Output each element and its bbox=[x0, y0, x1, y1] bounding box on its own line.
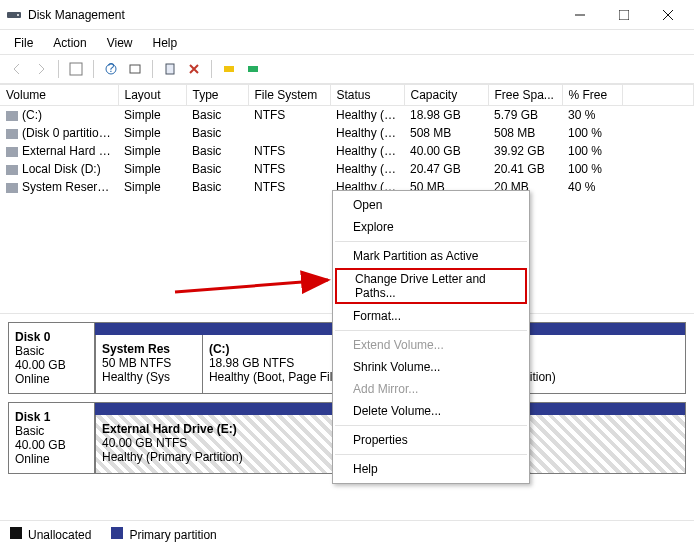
menu-view[interactable]: View bbox=[99, 32, 141, 54]
toolbar: ? bbox=[0, 54, 694, 84]
table-header-row[interactable]: Volume Layout Type File System Status Ca… bbox=[0, 85, 694, 106]
svg-rect-9 bbox=[130, 65, 140, 73]
col-volume[interactable]: Volume bbox=[0, 85, 118, 106]
titlebar: Disk Management bbox=[0, 0, 694, 30]
maximize-button[interactable] bbox=[602, 1, 646, 29]
svg-line-13 bbox=[175, 280, 328, 292]
annotation-arrow bbox=[170, 270, 340, 300]
context-menu-item[interactable]: Delete Volume... bbox=[333, 400, 529, 422]
menu-file[interactable]: File bbox=[6, 32, 41, 54]
context-menu-item[interactable]: Explore bbox=[333, 216, 529, 238]
swatch-black bbox=[10, 527, 22, 539]
menu-help[interactable]: Help bbox=[145, 32, 186, 54]
table-row[interactable]: External Hard Driv...SimpleBasicNTFSHeal… bbox=[0, 142, 694, 160]
action-1-button[interactable] bbox=[218, 58, 240, 80]
window-title: Disk Management bbox=[28, 8, 558, 22]
svg-rect-11 bbox=[224, 66, 234, 72]
table-row[interactable]: (Disk 0 partition 3)SimpleBasicHealthy (… bbox=[0, 124, 694, 142]
app-icon bbox=[6, 7, 22, 23]
svg-rect-3 bbox=[619, 10, 629, 20]
context-menu-item: Extend Volume... bbox=[333, 334, 529, 356]
legend-unallocated: Unallocated bbox=[10, 527, 91, 542]
context-menu-item[interactable]: Format... bbox=[333, 305, 529, 327]
volume-icon bbox=[6, 129, 18, 139]
col-type[interactable]: Type bbox=[186, 85, 248, 106]
properties-button[interactable] bbox=[159, 58, 181, 80]
context-menu-item: Add Mirror... bbox=[333, 378, 529, 400]
volume-icon bbox=[6, 165, 18, 175]
col-capacity[interactable]: Capacity bbox=[404, 85, 488, 106]
delete-button[interactable] bbox=[183, 58, 205, 80]
context-menu-separator bbox=[335, 330, 527, 331]
context-menu-separator bbox=[335, 425, 527, 426]
col-free[interactable]: Free Spa... bbox=[488, 85, 562, 106]
action-2-button[interactable] bbox=[242, 58, 264, 80]
context-menu[interactable]: OpenExploreMark Partition as ActiveChang… bbox=[332, 190, 530, 484]
volume-icon bbox=[6, 111, 18, 121]
volume-icon bbox=[6, 183, 18, 193]
col-status[interactable]: Status bbox=[330, 85, 404, 106]
col-pctfree[interactable]: % Free bbox=[562, 85, 622, 106]
context-menu-separator bbox=[335, 454, 527, 455]
svg-rect-6 bbox=[70, 63, 82, 75]
toolbar-separator bbox=[152, 60, 153, 78]
svg-rect-10 bbox=[166, 64, 174, 74]
context-menu-item[interactable]: Shrink Volume... bbox=[333, 356, 529, 378]
swatch-blue bbox=[111, 527, 123, 539]
context-menu-item[interactable]: Mark Partition as Active bbox=[333, 245, 529, 267]
toolbar-separator bbox=[58, 60, 59, 78]
back-button[interactable] bbox=[6, 58, 28, 80]
window-controls bbox=[558, 1, 690, 29]
disk-label[interactable]: Disk 0Basic40.00 GBOnline bbox=[9, 323, 95, 393]
volume-table[interactable]: Volume Layout Type File System Status Ca… bbox=[0, 84, 694, 196]
table-row[interactable]: Local Disk (D:)SimpleBasicNTFSHealthy (P… bbox=[0, 160, 694, 178]
menubar: File Action View Help bbox=[0, 30, 694, 54]
context-menu-item[interactable]: Help bbox=[333, 458, 529, 480]
volume-icon bbox=[6, 147, 18, 157]
refresh-button[interactable] bbox=[65, 58, 87, 80]
disk-label[interactable]: Disk 1Basic40.00 GBOnline bbox=[9, 403, 95, 473]
close-button[interactable] bbox=[646, 1, 690, 29]
help-button[interactable]: ? bbox=[100, 58, 122, 80]
context-menu-item[interactable]: Change Drive Letter and Paths... bbox=[335, 268, 527, 304]
context-menu-item[interactable]: Properties bbox=[333, 429, 529, 451]
context-menu-separator bbox=[335, 241, 527, 242]
col-filesystem[interactable]: File System bbox=[248, 85, 330, 106]
legend: Unallocated Primary partition bbox=[0, 520, 694, 548]
svg-text:?: ? bbox=[108, 63, 115, 75]
legend-primary: Primary partition bbox=[111, 527, 216, 542]
svg-rect-12 bbox=[248, 66, 258, 72]
minimize-button[interactable] bbox=[558, 1, 602, 29]
table-row[interactable]: (C:)SimpleBasicNTFSHealthy (B...18.98 GB… bbox=[0, 106, 694, 125]
forward-button[interactable] bbox=[30, 58, 52, 80]
settings-button[interactable] bbox=[124, 58, 146, 80]
col-layout[interactable]: Layout bbox=[118, 85, 186, 106]
svg-point-1 bbox=[17, 14, 19, 16]
col-stretch bbox=[622, 85, 694, 106]
toolbar-separator bbox=[211, 60, 212, 78]
toolbar-separator bbox=[93, 60, 94, 78]
menu-action[interactable]: Action bbox=[45, 32, 94, 54]
context-menu-item[interactable]: Open bbox=[333, 194, 529, 216]
